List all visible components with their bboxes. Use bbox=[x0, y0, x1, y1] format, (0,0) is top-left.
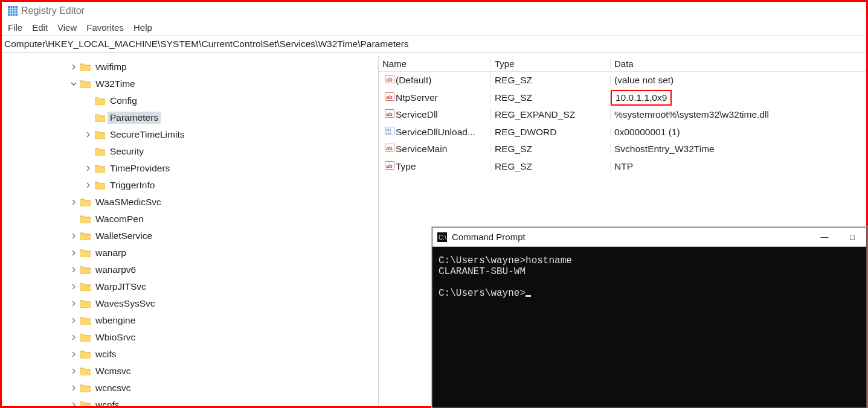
tree-item[interactable]: wcncsvc bbox=[2, 380, 378, 397]
svg-text:110: 110 bbox=[386, 131, 391, 135]
svg-text:ab: ab bbox=[386, 163, 393, 169]
value-row[interactable]: abNtpServerREG_SZ10.0.1.1,0x9 bbox=[379, 89, 866, 107]
expander-icon[interactable] bbox=[69, 316, 78, 325]
menu-bar: File Edit View Favorites Help bbox=[2, 20, 866, 36]
tree-item[interactable]: WacomPen bbox=[2, 211, 378, 228]
expander-icon[interactable] bbox=[69, 401, 78, 406]
value-row[interactable]: abServiceMainREG_SZSvchostEntry_W32Time bbox=[379, 141, 866, 158]
value-row[interactable]: abServiceDllREG_EXPAND_SZ%systemroot%\sy… bbox=[379, 106, 866, 124]
tree-item[interactable]: WaaSMedicSvc bbox=[2, 194, 378, 211]
value-data: NTP bbox=[614, 161, 633, 171]
cmd-output[interactable]: C:\Users\wayne>hostname CLARANET-SBU-WM … bbox=[432, 247, 866, 407]
tree-item-label: TimeProviders bbox=[108, 162, 172, 174]
tree-item[interactable]: TimeProviders bbox=[2, 160, 378, 177]
tree-item[interactable]: Wcmsvc bbox=[2, 363, 378, 380]
tree-item-label: Parameters bbox=[108, 112, 161, 124]
value-name: ServiceMain bbox=[396, 144, 447, 155]
value-type: REG_EXPAND_SZ bbox=[491, 109, 611, 120]
value-name: ServiceDllUnload... bbox=[396, 127, 475, 138]
tree-item[interactable]: TriggerInfo bbox=[2, 177, 378, 194]
tree-item-label: WaaSMedicSvc bbox=[93, 196, 164, 208]
svg-text:ab: ab bbox=[386, 111, 393, 117]
col-header-data[interactable]: Data bbox=[611, 59, 866, 69]
tree-item-label: WarpJITSvc bbox=[93, 281, 149, 293]
tree-item-label: wcncsvc bbox=[93, 382, 133, 394]
regedit-icon bbox=[8, 6, 18, 16]
expander-icon[interactable] bbox=[69, 232, 78, 240]
value-type: REG_SZ bbox=[491, 161, 611, 172]
value-row[interactable]: abTypeREG_SZNTP bbox=[379, 158, 866, 176]
string-value-icon: ab bbox=[382, 92, 396, 104]
tree-item-label: WacomPen bbox=[93, 213, 146, 225]
menu-view[interactable]: View bbox=[53, 21, 82, 34]
tree-item-label: TriggerInfo bbox=[108, 179, 157, 191]
value-name: (Default) bbox=[396, 75, 431, 86]
tree-item[interactable]: wcifs bbox=[2, 346, 378, 363]
expander-icon[interactable] bbox=[69, 384, 78, 392]
tree-item[interactable]: W32Time bbox=[2, 75, 378, 92]
expander-icon[interactable] bbox=[69, 198, 78, 206]
expander-icon[interactable] bbox=[69, 80, 78, 88]
menu-favorites[interactable]: Favorites bbox=[82, 21, 129, 34]
menu-edit[interactable]: Edit bbox=[27, 21, 53, 34]
value-name: ServiceDll bbox=[396, 109, 438, 120]
value-row[interactable]: ab(Default)REG_SZ(value not set) bbox=[379, 72, 866, 89]
tree-item[interactable]: vwifimp bbox=[2, 59, 378, 75]
tree-item-label: vwifimp bbox=[93, 61, 129, 73]
tree-item[interactable]: wanarp bbox=[2, 244, 378, 261]
address-bar[interactable]: Computer\HKEY_LOCAL_MACHINE\SYSTEM\Curre… bbox=[2, 36, 866, 53]
tree-pane[interactable]: vwifimpW32TimeConfigParametersSecureTime… bbox=[2, 56, 379, 406]
cmd-title: Command Prompt bbox=[452, 232, 811, 242]
tree-item-label: SecureTimeLimits bbox=[108, 129, 187, 141]
expander-icon[interactable] bbox=[84, 164, 92, 173]
col-header-type[interactable]: Type bbox=[491, 59, 611, 69]
expander-icon[interactable] bbox=[69, 350, 78, 359]
maximize-button[interactable]: □ bbox=[838, 228, 866, 246]
address-text: Computer\HKEY_LOCAL_MACHINE\SYSTEM\Curre… bbox=[4, 39, 409, 49]
value-data: (value not set) bbox=[614, 75, 674, 85]
expander-icon[interactable] bbox=[69, 266, 78, 274]
value-type: REG_SZ bbox=[491, 144, 611, 155]
tree-item[interactable]: Parameters bbox=[2, 109, 378, 126]
string-value-icon: ab bbox=[382, 143, 396, 155]
expander-icon[interactable] bbox=[69, 63, 78, 71]
tree-noexpander bbox=[84, 147, 92, 156]
svg-text:C:\: C:\ bbox=[439, 234, 446, 241]
menu-help[interactable]: Help bbox=[129, 21, 157, 34]
tree-item[interactable]: Security bbox=[2, 143, 378, 160]
tree-item-label: wcnfs bbox=[93, 399, 122, 406]
value-data: SvchostEntry_W32Time bbox=[614, 144, 715, 154]
expander-icon[interactable] bbox=[84, 181, 92, 190]
cursor bbox=[526, 295, 531, 297]
tree-item-label: WavesSysSvc bbox=[93, 298, 157, 310]
tree-noexpander bbox=[84, 113, 92, 122]
tree-item-label: wanarpv6 bbox=[93, 264, 138, 276]
string-value-icon: ab bbox=[382, 161, 396, 173]
window-title: Registry Editor bbox=[21, 5, 85, 16]
tree-item[interactable]: wcnfs bbox=[2, 397, 378, 406]
minimize-button[interactable]: — bbox=[811, 228, 838, 246]
tree-item[interactable]: SecureTimeLimits bbox=[2, 126, 378, 143]
expander-icon[interactable] bbox=[69, 333, 78, 342]
tree-item-label: Security bbox=[108, 145, 146, 158]
value-name: NtpServer bbox=[396, 92, 438, 103]
tree-item[interactable]: WbioSrvc bbox=[2, 329, 378, 346]
menu-file[interactable]: File bbox=[3, 21, 27, 34]
tree-item[interactable]: wanarpv6 bbox=[2, 261, 378, 278]
tree-item[interactable]: WarpJITSvc bbox=[2, 278, 378, 295]
expander-icon[interactable] bbox=[69, 299, 78, 308]
svg-text:ab: ab bbox=[386, 77, 393, 83]
command-prompt-window[interactable]: C:\ Command Prompt — □ C:\Users\wayne>ho… bbox=[432, 227, 867, 408]
tree-item[interactable]: WalletService bbox=[2, 228, 378, 244]
value-name: Type bbox=[396, 161, 416, 172]
cmd-titlebar[interactable]: C:\ Command Prompt — □ bbox=[432, 228, 866, 247]
expander-icon[interactable] bbox=[69, 249, 78, 257]
tree-item[interactable]: WavesSysSvc bbox=[2, 295, 378, 312]
tree-item[interactable]: Config bbox=[2, 92, 378, 109]
tree-item[interactable]: wbengine bbox=[2, 312, 378, 329]
col-header-name[interactable]: Name bbox=[379, 59, 491, 69]
expander-icon[interactable] bbox=[69, 367, 78, 375]
expander-icon[interactable] bbox=[84, 130, 92, 139]
value-row[interactable]: 011110ServiceDllUnload...REG_DWORD0x0000… bbox=[379, 124, 866, 141]
expander-icon[interactable] bbox=[69, 282, 78, 291]
